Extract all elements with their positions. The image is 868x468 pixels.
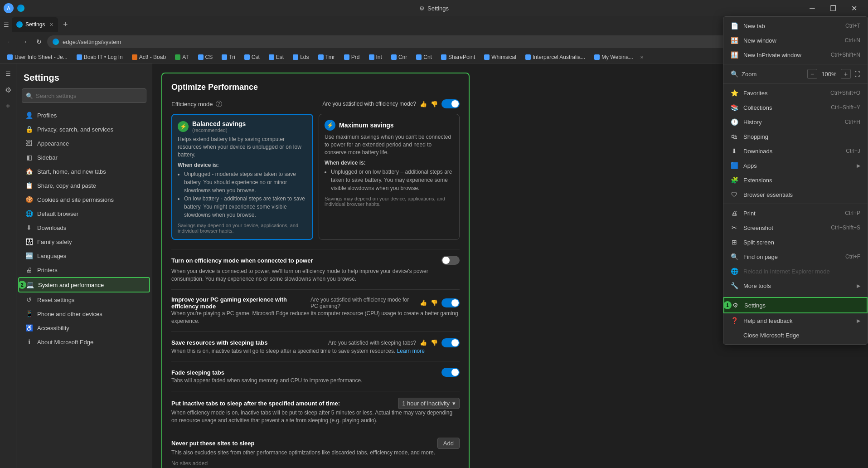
close-button[interactable]: ✕ — [844, 0, 864, 16]
bookmark-tmr[interactable]: Tmr — [315, 53, 339, 61]
menu-item-settings[interactable]: 1 ⚙ Settings — [723, 297, 868, 313]
menu-item-shopping[interactable]: 🛍 Shopping — [723, 129, 868, 144]
tab-favicon — [16, 21, 23, 28]
efficiency-info-icon[interactable]: ? — [216, 101, 222, 107]
menu-item-apps[interactable]: 🟦 Apps ▶ — [723, 158, 868, 173]
menu-item-help-feedback[interactable]: ❓ Help and feedback ▶ — [723, 313, 868, 328]
menu-item-browser-essentials[interactable]: 🛡 Browser essentials — [723, 187, 868, 202]
forward-button[interactable]: → — [18, 35, 31, 48]
menu-item-extensions[interactable]: 🧩 Extensions — [723, 173, 868, 187]
menu-item-more-tools[interactable]: 🔧 More tools ▶ — [723, 278, 868, 293]
sidebar-item-languages[interactable]: 🔤 Languages — [18, 249, 150, 263]
sidebar-item-sidebar[interactable]: ◧ Sidebar — [18, 151, 150, 164]
bookmark-whimsical[interactable]: Whimsical — [480, 53, 520, 61]
chevron-down-icon: ▾ — [452, 400, 456, 407]
bookmark-cnt[interactable]: Cnt — [412, 53, 436, 61]
menu-item-find-on-page[interactable]: 🔍 Find on page Ctrl+F — [723, 249, 868, 264]
menu-item-history[interactable]: 🕐 History Ctrl+H — [723, 115, 868, 129]
menu-item-screenshot[interactable]: ✂ Screenshot Ctrl+Shift+S — [723, 220, 868, 235]
efficiency-power-toggle[interactable] — [441, 256, 460, 265]
bookmark-interparcel[interactable]: Interparcel Australia... — [522, 53, 589, 61]
address-box[interactable]: edge://settings/system — [47, 35, 782, 48]
sidebar-item-about[interactable]: ℹ About Microsoft Edge — [18, 335, 150, 349]
menu-item-new-window[interactable]: 🪟 New window Ctrl+N — [723, 33, 868, 48]
bookmark-mywebinar[interactable]: My Webina... — [591, 53, 637, 61]
bookmark-est[interactable]: Est — [265, 53, 287, 61]
favorites-more-icon[interactable]: » — [640, 54, 644, 60]
sidebar-item-profiles[interactable]: 👤 Profiles — [18, 108, 150, 122]
bookmark-prd[interactable]: Prd — [340, 53, 364, 61]
bookmark-at[interactable]: AT — [171, 53, 192, 61]
bookmark-tri[interactable]: Tri — [218, 53, 239, 61]
sidebar-item-appearance[interactable]: 🖼 Appearance — [18, 136, 150, 150]
search-settings-input[interactable] — [36, 93, 142, 99]
bookmark-act-boab[interactable]: Act! - Boab — [128, 53, 170, 61]
refresh-button[interactable]: ↻ — [33, 35, 45, 48]
thumbs-down-icon[interactable]: 👎 — [431, 101, 438, 107]
bookmark-sharepoint[interactable]: SharePoint — [437, 53, 479, 61]
sleeping-tabs-learn-more-link[interactable]: Learn more — [397, 348, 425, 354]
balanced-savings-card[interactable]: ⚡ Balanced savings (recommended) Helps e… — [171, 114, 313, 240]
bookmark-cnr[interactable]: Cnr — [388, 53, 411, 61]
pc-gaming-thumbs-up-icon[interactable]: 👍 — [420, 299, 427, 306]
setting-row-sleeping-tabs: Save resources with sleeping tabs Are yo… — [171, 332, 460, 361]
sidebar-item-share[interactable]: 📋 Share, copy and paste — [18, 179, 150, 192]
sidebar-settings-icon[interactable]: ⚙ — [2, 83, 15, 96]
zoom-in-button[interactable]: + — [841, 69, 851, 79]
bookmark-favicon-icon — [344, 54, 349, 60]
sidebar-item-downloads[interactable]: ⬇ Downloads — [18, 221, 150, 234]
minimize-button[interactable]: ─ — [802, 0, 823, 16]
sleeping-tabs-thumbs-down-icon[interactable]: 👎 — [431, 339, 438, 346]
search-settings-box[interactable]: 🔍 — [22, 88, 146, 103]
sleeping-tabs-thumbs-up-icon[interactable]: 👍 — [420, 339, 427, 346]
menu-item-close-edge[interactable]: Close Microsoft Edge — [723, 328, 868, 342]
sidebar-item-accessibility[interactable]: ♿ Accessibility — [18, 321, 150, 335]
bookmark-user-info[interactable]: User Info Sheet - Je... — [4, 53, 71, 61]
zoom-fullscreen-icon[interactable]: ⛶ — [854, 71, 860, 78]
never-sleep-add-button[interactable]: Add — [437, 438, 460, 449]
menu-item-new-tab[interactable]: 📄 New tab Ctrl+T — [723, 19, 868, 33]
sidebar-item-phone[interactable]: 📱 Phone and other devices — [18, 307, 150, 321]
sidebar-item-system-performance[interactable]: 2 💻 System and performance — [18, 277, 150, 292]
bookmark-boab-it[interactable]: Boab IT • Log In — [73, 53, 126, 61]
sleeping-tabs-toggle[interactable] — [441, 338, 460, 347]
menu-item-inprivate[interactable]: 🪟 New InPrivate window Ctrl+Shift+N — [723, 48, 868, 62]
thumbs-up-icon[interactable]: 👍 — [420, 101, 427, 107]
sidebar-toggle-icon[interactable]: ☰ — [2, 20, 11, 29]
pc-gaming-toggle[interactable] — [441, 298, 460, 307]
system-performance-icon: 💻 — [26, 281, 34, 288]
privacy-icon: 🔒 — [25, 126, 33, 133]
bookmark-lds[interactable]: Lds — [289, 53, 312, 61]
list-item: Unplugged or on low battery – additional… — [331, 168, 454, 192]
add-sidebar-item-button[interactable]: + — [2, 100, 15, 112]
menu-item-favorites[interactable]: ⭐ Favorites Ctrl+Shift+O — [723, 86, 868, 100]
bookmark-cs[interactable]: CS — [194, 53, 217, 61]
zoom-out-button[interactable]: − — [807, 69, 817, 79]
bookmark-int[interactable]: Int — [365, 53, 386, 61]
menu-item-print[interactable]: 🖨 Print Ctrl+P — [723, 206, 868, 220]
sidebar-item-family-safety[interactable]: 👨‍👩‍👧 Family safety — [18, 235, 150, 249]
sidebar-item-printers[interactable]: 🖨 Printers — [18, 263, 150, 277]
maximum-savings-card[interactable]: ⚡ Maximum savings Use maximum savings wh… — [319, 114, 460, 240]
sidebar-item-cookies[interactable]: 🍪 Cookies and site permissions — [18, 193, 150, 206]
fade-sleeping-toggle[interactable] — [441, 368, 460, 377]
menu-item-collections[interactable]: 📚 Collections Ctrl+Shift+Y — [723, 100, 868, 115]
sidebar-collapse-button[interactable]: ☰ — [2, 67, 15, 80]
avatar[interactable]: A — [4, 3, 14, 13]
bookmark-favicon-icon — [594, 54, 600, 60]
menu-item-split-screen[interactable]: ⊞ Split screen — [723, 235, 868, 249]
sidebar-item-privacy[interactable]: 🔒 Privacy, search, and services — [18, 122, 150, 136]
efficiency-mode-toggle[interactable] — [441, 99, 460, 108]
tab-settings[interactable]: Settings ✕ — [12, 17, 58, 32]
menu-item-downloads[interactable]: ⬇ Downloads Ctrl+J — [723, 144, 868, 158]
sidebar-item-default-browser[interactable]: 🌐 Default browser — [18, 207, 150, 220]
new-tab-button[interactable]: + — [59, 18, 72, 31]
inactive-sleep-dropdown[interactable]: 1 hour of inactivity ▾ — [398, 398, 460, 409]
maximize-button[interactable]: ❐ — [823, 0, 844, 16]
tab-close-icon[interactable]: ✕ — [49, 22, 53, 28]
back-button[interactable]: ← — [4, 35, 16, 48]
sidebar-item-reset[interactable]: ↺ Reset settings — [18, 293, 150, 307]
pc-gaming-thumbs-down-icon[interactable]: 👎 — [431, 299, 438, 306]
sidebar-item-start[interactable]: 🏠 Start, home, and new tabs — [18, 165, 150, 178]
bookmark-cst[interactable]: Cst — [241, 53, 263, 61]
